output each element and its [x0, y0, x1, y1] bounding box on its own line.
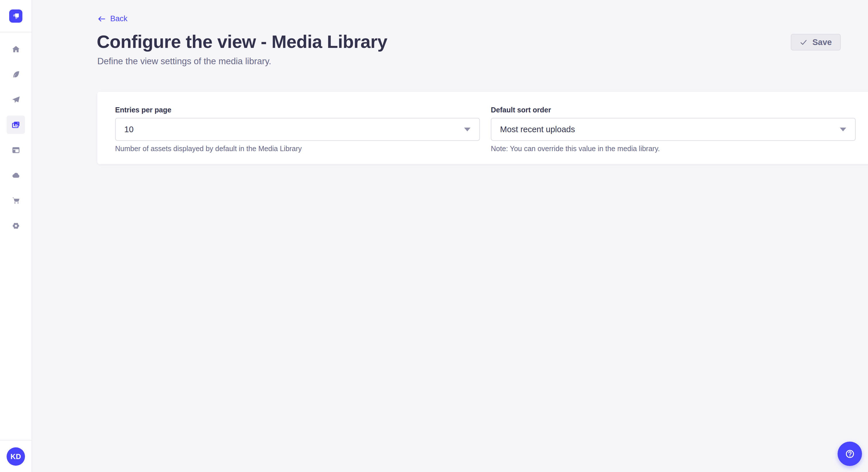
- sidebar-item-content-type-builder[interactable]: [7, 141, 25, 159]
- sidebar-item-cloud[interactable]: [7, 166, 25, 184]
- help-button[interactable]: [838, 442, 862, 466]
- page-subtitle: Define the view settings of the media li…: [97, 56, 271, 67]
- paper-plane-icon: [11, 95, 20, 104]
- check-icon: [800, 38, 807, 46]
- default-sort-order-value: Most recent uploads: [500, 125, 575, 134]
- save-label: Save: [812, 38, 832, 47]
- sidebar-item-marketplace[interactable]: [7, 191, 25, 210]
- back-link[interactable]: Back: [97, 14, 127, 23]
- sidebar-item-media-library[interactable]: [7, 115, 25, 134]
- default-sort-order-select[interactable]: Most recent uploads: [491, 118, 856, 141]
- cart-icon: [11, 196, 20, 205]
- chevron-down-icon: [840, 128, 846, 131]
- strapi-logo-icon: [9, 9, 22, 23]
- entries-per-page-label: Entries per page: [115, 105, 480, 114]
- cloud-icon: [11, 171, 20, 180]
- logo-container: [0, 0, 32, 32]
- entries-per-page-value: 10: [124, 125, 133, 134]
- pictures-icon: [11, 121, 21, 129]
- back-label: Back: [110, 14, 127, 23]
- chevron-down-icon: [464, 128, 470, 131]
- field-default-sort-order: Default sort order Most recent uploads N…: [491, 105, 856, 153]
- default-sort-order-hint: Note: You can override this value in the…: [491, 144, 856, 153]
- save-button[interactable]: Save: [791, 34, 841, 50]
- page-title: Configure the view - Media Library: [97, 32, 387, 52]
- sidebar-item-content-manager[interactable]: [7, 65, 25, 83]
- gear-icon: [11, 222, 20, 230]
- sidebar-footer: KD: [0, 440, 32, 472]
- sidebar-nav: [7, 40, 25, 235]
- main-content: Back Configure the view - Media Library …: [33, 0, 868, 472]
- user-avatar[interactable]: KD: [7, 447, 25, 466]
- sidebar-item-home[interactable]: [7, 40, 25, 58]
- entries-per-page-select[interactable]: 10: [115, 118, 480, 141]
- arrow-left-icon: [97, 14, 106, 23]
- view-settings-card: Entries per page 10 Number of assets dis…: [97, 92, 868, 164]
- entries-per-page-hint: Number of assets displayed by default in…: [115, 144, 480, 153]
- feather-icon: [11, 70, 20, 79]
- sidebar-item-settings[interactable]: [7, 216, 25, 235]
- layout-icon: [11, 146, 20, 155]
- question-mark-circle-icon: [844, 448, 856, 460]
- main-sidebar: KD: [0, 0, 32, 472]
- field-entries-per-page: Entries per page 10 Number of assets dis…: [115, 105, 480, 153]
- sidebar-item-releases[interactable]: [7, 90, 25, 109]
- default-sort-order-label: Default sort order: [491, 105, 856, 114]
- strapi-logo[interactable]: [9, 9, 22, 23]
- home-icon: [11, 45, 20, 54]
